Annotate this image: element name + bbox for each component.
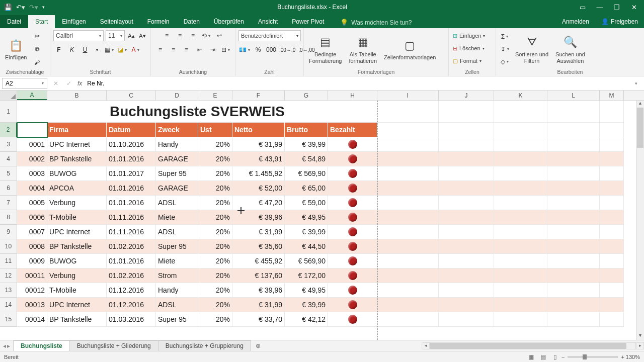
number-format-select[interactable]: Benutzerdefiniert▾ <box>238 30 301 41</box>
cell[interactable]: 20% <box>198 152 232 166</box>
tellme-search[interactable]: 💡 Was möchten Sie tun? <box>336 17 416 28</box>
col-header-m[interactable]: M <box>600 90 624 100</box>
title-cell[interactable]: Buchungsliste SVERWEIS <box>17 101 377 123</box>
cell[interactable]: Verbung <box>47 196 107 210</box>
cell[interactable] <box>494 254 547 268</box>
cell[interactable]: 0004 <box>17 181 47 196</box>
minimize-icon[interactable]: — <box>593 4 607 11</box>
conditional-formatting-button[interactable]: ▤Bedingte Formatierung <box>307 33 344 65</box>
cell[interactable] <box>494 166 547 181</box>
increase-font-icon[interactable]: A▴ <box>127 31 136 40</box>
cell[interactable]: Miete <box>156 210 198 225</box>
ribbon-display-icon[interactable]: ▭ <box>576 4 590 11</box>
cell[interactable]: APCOA <box>47 181 107 196</box>
cell[interactable] <box>547 268 600 283</box>
header-cell[interactable]: Zweck <box>156 123 198 137</box>
cell[interactable] <box>377 181 439 196</box>
cell[interactable]: 20% <box>198 239 232 254</box>
cell[interactable]: € 47,20 <box>232 196 285 210</box>
copy-icon[interactable]: ⧉ <box>32 44 43 55</box>
cell[interactable] <box>600 152 624 166</box>
bold-button[interactable]: F <box>53 44 64 55</box>
col-header-e[interactable]: E <box>198 90 232 100</box>
cell[interactable] <box>600 196 624 210</box>
cell[interactable]: € 54,89 <box>285 152 328 166</box>
cell[interactable] <box>439 210 494 225</box>
cell[interactable] <box>494 283 547 298</box>
cell[interactable] <box>494 196 547 210</box>
cell[interactable]: 01.12.2016 <box>107 298 156 312</box>
row-header[interactable]: 9 <box>0 225 17 239</box>
cell[interactable]: 01.01.2016 <box>107 181 156 196</box>
cell[interactable] <box>547 166 600 181</box>
cell[interactable]: 01.01.2016 <box>107 254 156 268</box>
cell[interactable]: 01.03.2016 <box>107 312 156 327</box>
cell[interactable]: 0005 <box>17 196 47 210</box>
cell[interactable] <box>377 123 439 137</box>
cell[interactable] <box>600 166 624 181</box>
zoom-level[interactable]: + 130% <box>621 354 640 360</box>
cancel-icon[interactable]: ✕ <box>49 80 62 87</box>
cell[interactable] <box>600 181 624 196</box>
cell[interactable] <box>494 123 547 137</box>
cell[interactable] <box>377 312 439 327</box>
paste-button[interactable]: 📋 Einfügen <box>3 36 29 62</box>
cell[interactable]: 01.10.2016 <box>107 137 156 152</box>
cell[interactable] <box>494 152 547 166</box>
cell[interactable]: € 569,90 <box>285 166 328 181</box>
cell[interactable] <box>439 137 494 152</box>
header-cell[interactable]: Re Nr. <box>17 123 47 137</box>
tab-review[interactable]: Überprüfen <box>207 15 251 28</box>
cell[interactable]: 20% <box>198 254 232 268</box>
cell[interactable]: 20% <box>198 268 232 283</box>
header-cell[interactable]: Firma <box>47 123 107 137</box>
view-page-break-icon[interactable]: ▯ <box>549 353 561 360</box>
cell[interactable] <box>547 225 600 239</box>
hscroll-left-icon[interactable]: ◂ <box>422 342 430 349</box>
cell[interactable]: € 65,00 <box>285 181 328 196</box>
increase-decimal-icon[interactable]: ,00→,0 <box>279 44 296 55</box>
cell[interactable]: € 31,99 <box>232 225 285 239</box>
cell[interactable] <box>547 123 600 137</box>
cell[interactable] <box>547 196 600 210</box>
cell[interactable] <box>328 239 377 254</box>
cell[interactable]: € 39,96 <box>232 283 285 298</box>
cell[interactable] <box>600 239 624 254</box>
cell[interactable]: Super 95 <box>156 312 198 327</box>
cell[interactable] <box>600 268 624 283</box>
align-middle-icon[interactable]: ≡ <box>175 30 186 41</box>
delete-cells-button[interactable]: ⊟Löschen▾ <box>452 43 486 54</box>
cell[interactable] <box>328 181 377 196</box>
cell[interactable]: 0009 <box>17 254 47 268</box>
cell[interactable]: € 42,12 <box>285 312 328 327</box>
cell[interactable]: Handy <box>156 283 198 298</box>
cell[interactable] <box>377 254 439 268</box>
sheet-tab-3[interactable]: Buchungsliste + Gruppierung <box>158 340 251 351</box>
cell[interactable]: € 39,96 <box>232 210 285 225</box>
row-header[interactable]: 11 <box>0 254 17 268</box>
cell[interactable]: € 33,70 <box>232 312 285 327</box>
cell[interactable]: € 49,95 <box>285 283 328 298</box>
cell[interactable]: € 59,00 <box>285 196 328 210</box>
cell[interactable] <box>494 210 547 225</box>
tab-layout[interactable]: Seitenlayout <box>93 15 140 28</box>
cell[interactable] <box>547 239 600 254</box>
redo-icon[interactable]: ↷▾ <box>29 4 38 11</box>
cell[interactable]: € 31,99 <box>232 137 285 152</box>
cell[interactable]: 20% <box>198 225 232 239</box>
zoom-slider[interactable] <box>568 356 618 358</box>
cell[interactable]: BP Tankstelle <box>47 152 107 166</box>
format-cells-button[interactable]: ▢Format▾ <box>452 55 482 66</box>
merge-center-icon[interactable]: ⊟ <box>220 44 231 55</box>
cell[interactable] <box>600 298 624 312</box>
cell[interactable]: € 172,00 <box>285 268 328 283</box>
col-header-f[interactable]: F <box>232 90 285 100</box>
cell[interactable]: 00011 <box>17 268 47 283</box>
align-left-icon[interactable]: ≡ <box>155 44 166 55</box>
cell[interactable]: GARAGE <box>156 181 198 196</box>
row-header[interactable]: 3 <box>0 137 17 152</box>
align-top-icon[interactable]: ≡ <box>162 30 173 41</box>
cell[interactable]: 0008 <box>17 239 47 254</box>
cut-icon[interactable]: ✂ <box>32 31 43 42</box>
tab-view[interactable]: Ansicht <box>251 15 285 28</box>
